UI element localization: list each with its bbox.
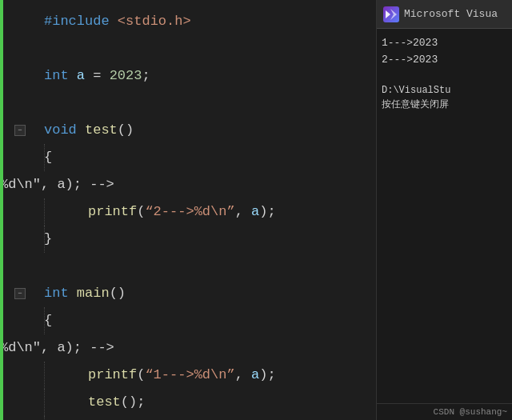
collapse-icon-main[interactable]: −: [14, 288, 26, 299]
line-void-test: − void test(): [0, 117, 376, 144]
keyword-return: return: [88, 416, 137, 420]
close-brace-test: }: [44, 226, 52, 253]
blank-line-2: [0, 90, 376, 117]
console-title: Microsoft Visua: [404, 8, 498, 20]
guide-test-3: [44, 226, 45, 253]
func-main: main: [77, 280, 110, 307]
line-open-brace-test: {: [0, 144, 376, 171]
var-a-ref1: a: [251, 362, 259, 389]
test-parens: (): [118, 117, 134, 144]
main-parens: (): [110, 280, 126, 307]
var-a-ref2: a: [251, 198, 259, 226]
code-editor: #include <stdio.h> int a = 2023; − void …: [0, 0, 376, 420]
func-printf1: printf: [88, 362, 137, 389]
blank-line-3: [0, 253, 376, 280]
str-printf2: “2--->%d\n”: [145, 198, 234, 226]
guide-main-4: [44, 416, 45, 420]
open-brace-main: {: [44, 307, 52, 334]
value-zero: 0: [145, 416, 153, 420]
assign-op: =: [93, 62, 101, 90]
console-path: D:\VisualStu: [382, 83, 507, 98]
output-line-1: 1--->2023: [382, 35, 507, 52]
output-line-2: 2--->2023: [382, 52, 507, 69]
console-panel: Microsoft Visua 1--->2023 2--->2023 D:\V…: [376, 0, 512, 420]
func-test-call: test: [88, 389, 121, 416]
svg-marker-1: [390, 9, 397, 20]
include-file: <stdio.h>: [118, 8, 191, 35]
console-footer: CSDN @sushang~: [377, 403, 512, 420]
vs-logo: [383, 6, 399, 22]
value-2023: 2023: [110, 62, 142, 90]
line-int-main: − int main(): [0, 280, 376, 307]
svg-marker-0: [386, 10, 390, 18]
line-printf1: printf(“1--->%d\n”, a);: [0, 362, 376, 389]
code-content: #include <stdio.h> int a = 2023; − void …: [0, 0, 376, 420]
console-header: Microsoft Visua: [377, 0, 512, 29]
blank-line-1: [0, 35, 376, 62]
console-output: 1--->2023 2--->2023 D:\VisualStu 按任意键关闭屏: [377, 29, 512, 403]
line-return: return 0;: [0, 416, 376, 420]
open-brace-test: {: [44, 144, 52, 171]
str-printf1: “1--->%d\n”: [145, 362, 234, 389]
guide-main-1: [44, 307, 45, 334]
var-a: a: [77, 62, 85, 90]
line-open-brace-main: {: [0, 307, 376, 334]
include-directive: #include: [44, 8, 110, 35]
guide-test-2: [44, 198, 45, 226]
guide-main-3: [44, 389, 45, 416]
line-close-brace-test: }: [0, 226, 376, 253]
guide-test-1: [44, 144, 45, 171]
line-test-call: test();: [0, 389, 376, 416]
func-printf2: printf: [88, 198, 137, 226]
vs-logo-icon: [386, 9, 397, 20]
line-int-decl: int a = 2023;: [0, 62, 376, 90]
func-test: test: [85, 117, 118, 144]
keyword-void: void: [44, 117, 77, 144]
guide-main-2: [44, 362, 45, 389]
collapse-icon-void[interactable]: −: [14, 125, 26, 136]
keyword-int-main: int: [44, 280, 69, 307]
line-printf2: printf(“2--->%d\n”, a);: [0, 198, 376, 226]
keyword-int: int: [44, 62, 69, 90]
console-hint: 按任意键关闭屏: [382, 98, 507, 112]
collapse-main[interactable]: −: [0, 288, 40, 299]
collapse-void[interactable]: −: [0, 125, 40, 136]
line-include: #include <stdio.h>: [0, 8, 376, 35]
semicolon: ;: [142, 62, 150, 90]
